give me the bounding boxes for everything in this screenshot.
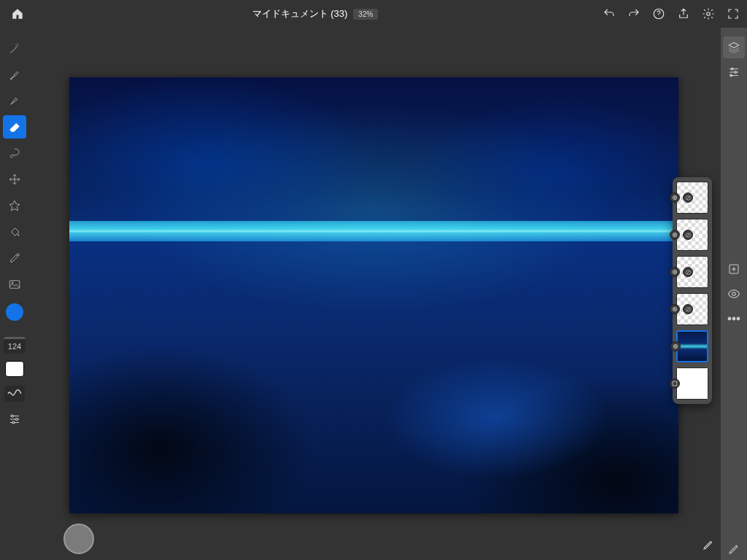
layer-lock-icon[interactable] — [670, 267, 680, 277]
title-area: マイドキュメント (33) 32% — [28, 7, 603, 20]
home-button[interactable] — [7, 7, 28, 20]
document-title: マイドキュメント (33) — [252, 7, 348, 20]
annotate-pencil-button[interactable] — [700, 537, 716, 553]
tool-transform[interactable] — [3, 168, 26, 191]
layer-thumb-1[interactable] — [676, 182, 708, 214]
more-options-button[interactable] — [723, 308, 745, 330]
tool-lasso[interactable] — [3, 141, 26, 165]
share-button[interactable] — [677, 7, 690, 20]
tool-eyedropper[interactable] — [3, 246, 26, 270]
layer-hidden-icon[interactable] — [683, 230, 693, 240]
adjustments-button[interactable] — [4, 411, 25, 428]
tool-brush-fine[interactable] — [3, 89, 26, 112]
edit-pencil-button[interactable] — [723, 538, 745, 560]
brush-preview-circle — [63, 524, 94, 554]
svg-point-12 — [728, 317, 730, 319]
layer-visibility-button[interactable] — [723, 283, 745, 305]
tool-fill[interactable] — [3, 220, 26, 244]
left-toolbar: 124 — [0, 28, 29, 560]
tool-brush-spray[interactable] — [3, 36, 26, 60]
layer-thumb-4[interactable] — [676, 293, 708, 325]
brush-size-value[interactable]: 124 — [4, 337, 26, 354]
tool-shape[interactable] — [3, 194, 26, 217]
layer-hidden-icon[interactable] — [683, 304, 693, 314]
help-button[interactable] — [652, 7, 665, 20]
layer-lock-icon[interactable] — [670, 304, 680, 314]
svg-point-3 — [12, 282, 13, 284]
svg-point-4 — [12, 415, 14, 417]
undo-button[interactable] — [603, 7, 616, 20]
layer-lock-icon[interactable] — [670, 192, 680, 203]
add-layer-button[interactable] — [723, 258, 745, 280]
topbar: マイドキュメント (33) 32% — [0, 0, 747, 28]
layer-target-icon[interactable] — [670, 341, 681, 351]
layer-hidden-icon[interactable] — [683, 192, 693, 203]
layers-panel-toggle[interactable] — [723, 36, 745, 58]
layer-lock-icon[interactable] — [670, 230, 680, 240]
secondary-color-swatch[interactable] — [5, 361, 24, 377]
tool-eraser[interactable] — [3, 115, 26, 139]
svg-point-6 — [12, 421, 15, 424]
svg-rect-2 — [9, 281, 20, 289]
layer-thumb-3[interactable] — [676, 256, 708, 288]
brush-dynamics-button[interactable] — [4, 386, 25, 402]
fullscreen-button[interactable] — [727, 7, 740, 20]
svg-point-14 — [737, 317, 739, 319]
tool-image[interactable] — [3, 273, 26, 296]
layer-background-icon[interactable] — [670, 378, 680, 389]
redo-button[interactable] — [627, 7, 640, 20]
tool-brush[interactable] — [3, 63, 26, 86]
svg-point-1 — [707, 12, 711, 16]
svg-point-11 — [732, 292, 736, 296]
current-color-swatch[interactable] — [6, 303, 23, 321]
zoom-badge[interactable]: 32% — [353, 9, 378, 20]
properties-panel-toggle[interactable] — [723, 61, 745, 83]
layer-thumb-5[interactable] — [676, 330, 708, 362]
layer-hidden-icon[interactable] — [683, 267, 693, 277]
layer-thumb-6[interactable] — [676, 368, 708, 400]
layer-thumb-2[interactable] — [676, 219, 708, 251]
layers-panel[interactable] — [673, 177, 712, 404]
svg-point-13 — [732, 317, 735, 319]
right-strip — [721, 28, 747, 560]
settings-button[interactable] — [702, 7, 715, 20]
artwork-canvas[interactable] — [69, 77, 678, 513]
svg-rect-20 — [673, 381, 677, 386]
top-actions — [603, 7, 740, 20]
canvas-stage[interactable] — [29, 28, 721, 560]
svg-point-5 — [16, 419, 18, 421]
